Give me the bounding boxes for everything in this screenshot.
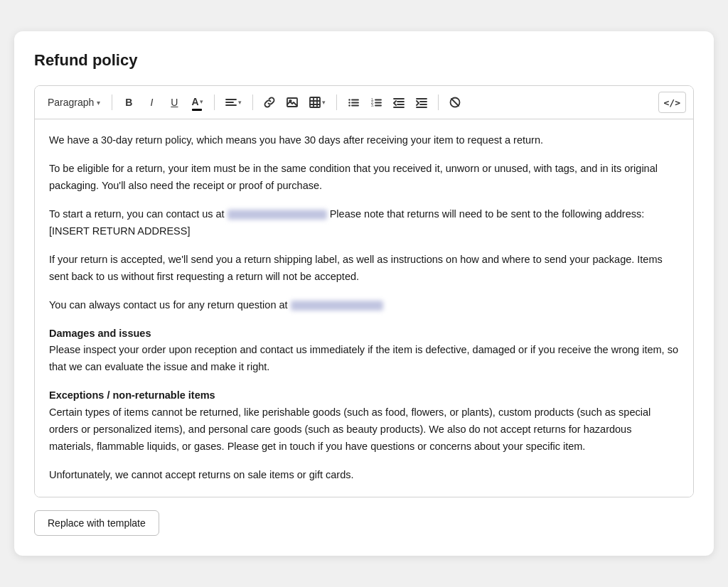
clear-format-group	[444, 92, 466, 113]
svg-point-12	[348, 104, 350, 106]
page-title: Refund policy	[34, 51, 694, 70]
editor-content-area[interactable]: We have a 30-day return policy, which me…	[35, 119, 693, 497]
toolbar-divider-2	[214, 95, 215, 110]
align-button[interactable]: ▾	[220, 92, 247, 113]
email-link-1	[228, 210, 327, 220]
image-button[interactable]	[282, 92, 303, 113]
link-icon	[264, 97, 275, 108]
align-icon	[225, 97, 237, 108]
footer: Replace with template	[34, 510, 694, 536]
paragraph3-start: To start a return, you can contact us at	[49, 208, 225, 220]
damages-text: Please inspect your order upon reception…	[49, 344, 678, 372]
content-paragraph-5: You can always contact us for any return…	[49, 297, 679, 314]
paragraph-style-label: Paragraph	[48, 97, 94, 108]
insert-group: ▾	[259, 92, 331, 113]
alignment-group: ▾	[220, 92, 247, 113]
italic-button[interactable]: I	[141, 92, 162, 113]
clear-format-icon	[449, 97, 461, 108]
toolbar-divider-5	[438, 95, 439, 110]
indent-increase-icon	[416, 97, 427, 108]
numbered-list-icon: 1. 2. 3.	[370, 97, 382, 108]
svg-line-31	[451, 99, 459, 106]
text-color-icon: A	[191, 96, 198, 107]
content-paragraph-2: To be eligible for a return, your item m…	[49, 161, 679, 195]
policy-card: Refund policy Paragraph ▾ B I U A ▾	[14, 31, 714, 556]
rich-text-editor: Paragraph ▾ B I U A ▾	[34, 85, 694, 497]
align-chevron-icon: ▾	[238, 99, 242, 106]
paragraph-style-dropdown[interactable]: Paragraph ▾	[42, 92, 106, 113]
content-paragraph-1: We have a 30-day return policy, which me…	[49, 132, 679, 149]
replace-with-template-button[interactable]: Replace with template	[34, 510, 159, 536]
link-button[interactable]	[259, 92, 280, 113]
text-format-group: B I U A ▾	[118, 92, 208, 113]
bold-button[interactable]: B	[118, 92, 139, 113]
table-button[interactable]: ▾	[304, 92, 331, 113]
list-group: 1. 2. 3.	[343, 92, 432, 113]
toolbar-divider-3	[252, 95, 253, 110]
damages-heading: Damages and issues	[49, 328, 151, 339]
paragraph-group: Paragraph ▾	[42, 92, 106, 113]
clear-format-button[interactable]	[444, 92, 466, 113]
exceptions-heading: Exceptions / non-returnable items	[49, 389, 215, 401]
indent-decrease-icon	[393, 97, 405, 108]
table-icon	[309, 97, 321, 108]
content-exceptions-section: Exceptions / non-returnable items Certai…	[49, 387, 679, 456]
svg-text:3.: 3.	[371, 103, 374, 107]
svg-point-11	[348, 102, 350, 103]
paragraph5-start: You can always contact us for any return…	[49, 299, 288, 311]
content-paragraph-3: To start a return, you can contact us at…	[49, 206, 679, 240]
code-view-button[interactable]: </>	[658, 92, 686, 113]
svg-point-10	[348, 99, 350, 100]
email-link-2	[291, 301, 383, 311]
content-damages-section: Damages and issues Please inspect your o…	[49, 325, 679, 377]
numbered-list-button[interactable]: 1. 2. 3.	[365, 92, 387, 113]
content-final-paragraph: Unfortunately, we cannot accept returns …	[49, 467, 679, 484]
underline-button[interactable]: U	[164, 92, 185, 113]
table-chevron-icon: ▾	[322, 99, 326, 106]
indent-increase-button[interactable]	[411, 92, 432, 113]
color-chevron-icon: ▾	[200, 98, 203, 105]
bullet-list-button[interactable]	[343, 92, 364, 113]
exceptions-text: Certain types of items cannot be returne…	[49, 406, 651, 452]
bullet-list-icon	[348, 97, 359, 108]
toolbar-divider-1	[112, 95, 112, 110]
content-paragraph-4: If your return is accepted, we'll send y…	[49, 252, 679, 286]
text-color-button[interactable]: A ▾	[186, 92, 208, 113]
toolbar-divider-4	[336, 95, 337, 110]
svg-rect-5	[310, 97, 320, 107]
image-icon	[287, 97, 298, 108]
chevron-down-icon: ▾	[97, 99, 100, 107]
indent-decrease-button[interactable]	[388, 92, 410, 113]
editor-toolbar: Paragraph ▾ B I U A ▾	[35, 86, 693, 119]
color-swatch	[192, 109, 202, 111]
